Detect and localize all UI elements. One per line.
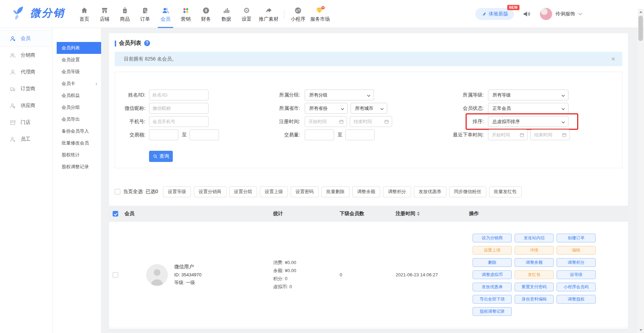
action-set-parent-button[interactable]: 设置上级	[473, 246, 512, 255]
batch-adjust-balance-button[interactable]: 调整余额	[352, 186, 380, 197]
nav-item-settings[interactable]: ⚙ 设置	[236, 0, 257, 28]
help-icon[interactable]	[144, 40, 150, 46]
submenu-item-member-list[interactable]: 会员列表	[57, 42, 101, 54]
nav-item-miniprogram[interactable]: 小程序	[288, 0, 308, 28]
action-detail-button[interactable]: 详情	[515, 246, 554, 255]
action-adjust-virtual-coin-button[interactable]: 调整虚拟币	[473, 270, 512, 279]
nav-item-market[interactable]: H 服务市场	[308, 0, 332, 28]
name-id-label: 姓名/ID:	[115, 90, 146, 100]
nickname-input[interactable]	[149, 103, 208, 114]
batch-sync-wechat-fans-button[interactable]: 同步微信粉丝	[449, 186, 486, 197]
nav-item-marketing[interactable]: 营销	[176, 0, 196, 28]
nav-item-home[interactable]: 首页	[74, 0, 94, 28]
volume-min-input[interactable]	[305, 129, 334, 140]
action-edit-button[interactable]: 编辑	[557, 246, 596, 255]
last-order-start-input[interactable]: 开始时间	[488, 129, 528, 140]
search-button[interactable]: 查询	[149, 151, 173, 162]
action-delete-button[interactable]: 删除	[473, 258, 512, 267]
agent-person-icon	[9, 69, 16, 76]
batch-adjust-points-button[interactable]: 调整积分	[383, 186, 411, 197]
action-miniprogram-member-code-button[interactable]: 小程序会员码	[557, 283, 596, 291]
scroll-up-arrow[interactable]	[638, 9, 644, 15]
action-send-message-button[interactable]: 发送站内信	[515, 234, 554, 242]
sidebar-item-staff[interactable]: 员工	[0, 131, 52, 148]
scrollbar-thumb[interactable]	[638, 16, 643, 41]
action-equity-log-button[interactable]: 股权调整记录	[473, 307, 512, 316]
batch-send-coupon-button[interactable]: 发放优惠券	[414, 186, 446, 197]
account-menu[interactable]: 伶俐服饰	[540, 8, 582, 20]
sort-select[interactable]: 总虚拟币排序	[488, 116, 568, 127]
batch-set-group-button[interactable]: 设置分组	[229, 186, 257, 197]
nav-item-orders[interactable]: 订单	[135, 0, 155, 28]
sidebar-item-agents[interactable]: 代理商	[0, 64, 52, 80]
batch-set-level-button[interactable]: 设置等级	[163, 186, 191, 197]
name-id-input[interactable]	[149, 90, 208, 100]
action-create-order-button[interactable]: 创建订单	[557, 234, 596, 242]
batch-delete-button[interactable]: 批量删除	[321, 186, 349, 197]
try-new-version-button[interactable]: 体验新版 NEW	[475, 8, 514, 20]
province-select[interactable]: 所有省份	[305, 103, 348, 114]
action-adjust-balance-button[interactable]: 调整余额	[515, 258, 554, 267]
batch-set-parent-button[interactable]: 设置上级	[260, 186, 288, 197]
close-icon[interactable]	[609, 52, 617, 66]
regtime-end-input[interactable]: 结束时间	[350, 116, 392, 127]
scroll-down-arrow[interactable]	[638, 327, 644, 333]
sidebar-item-members[interactable]: 会员	[0, 30, 52, 47]
action-export-subordinates-button[interactable]: 导出全部下级	[473, 295, 512, 304]
regtime-start-input[interactable]: 开始时间	[305, 116, 347, 127]
header-checkbox[interactable]	[113, 211, 118, 217]
nav-item-goods[interactable]: 商品	[115, 0, 135, 28]
nav-item-members[interactable]: 会员	[155, 0, 176, 28]
submenu-item-equity-stats[interactable]: 股权统计	[52, 149, 101, 161]
nav-item-promo[interactable]: 推广素材	[257, 0, 281, 28]
members-icon	[162, 6, 169, 14]
amount-to-label: 至	[182, 129, 187, 140]
vertical-scrollbar[interactable]	[638, 9, 644, 333]
batch-set-password-button[interactable]: 设置密码	[291, 186, 319, 197]
submenu-item-member-benefits[interactable]: 会员权益	[52, 90, 101, 101]
speaker-icon[interactable]	[522, 9, 531, 19]
nav-item-finance[interactable]: ¥ 财务	[196, 0, 216, 28]
nav-item-shop[interactable]: 店铺	[94, 0, 115, 28]
level-select[interactable]: 所有等级	[488, 90, 568, 100]
last-order-label: 最近下单时间:	[423, 129, 484, 140]
brand-logo[interactable]: 微分销	[13, 6, 65, 20]
volume-max-input[interactable]	[345, 129, 375, 140]
last-order-end-input[interactable]: 结束时间	[530, 129, 570, 140]
sidebar-item-suppliers[interactable]: 供应商	[0, 97, 52, 114]
navbar-right: 体验新版 NEW 伶俐服饰	[475, 0, 582, 28]
sidebar-item-stores[interactable]: 门店	[0, 114, 52, 131]
amount-max-input[interactable]	[190, 129, 219, 140]
sidebar-item-distributors[interactable]: 分销商	[0, 47, 52, 64]
regtime-label: 注册时间:	[248, 116, 300, 127]
batch-set-distributor-button[interactable]: 设置分销商	[194, 186, 226, 197]
batch-send-red-packet-button[interactable]: 批量发红包	[489, 186, 522, 197]
group-select[interactable]: 所有分组	[305, 90, 374, 100]
action-red-packet-button[interactable]: 发红包	[515, 270, 554, 279]
sidebar-item-order-dealers[interactable]: 订货商	[0, 80, 52, 97]
action-send-coupon-button[interactable]: 发放优惠券	[473, 283, 512, 291]
action-reset-pay-password-button[interactable]: 重置支付密码	[515, 283, 554, 291]
status-select[interactable]: 正常会员	[488, 103, 568, 114]
submenu-item-member-settings[interactable]: 会员设置	[52, 54, 101, 66]
submenu-item-equity-log[interactable]: 股权调整记录	[52, 161, 101, 173]
amount-min-input[interactable]	[149, 129, 178, 140]
action-edit-identity-button[interactable]: 身份资料编辑	[515, 295, 554, 304]
col-regtime-sortable[interactable]: 注册时间	[396, 211, 469, 217]
row-checkbox[interactable]	[113, 272, 118, 278]
submenu-item-backup-import[interactable]: 备份会员导入	[52, 125, 101, 137]
submenu-item-member-export[interactable]: 会员导出	[52, 113, 101, 125]
submenu-item-member-groups[interactable]: 会员分组	[52, 101, 101, 113]
phone-label: 手机号:	[115, 116, 146, 127]
action-adjust-equity-button[interactable]: 调整股权	[557, 295, 596, 304]
city-select[interactable]: 所有城市	[351, 103, 387, 114]
action-adjust-points-button[interactable]: 调整积分	[557, 258, 596, 267]
phone-input[interactable]	[149, 116, 208, 127]
action-set-level-button[interactable]: 设等级	[557, 270, 596, 279]
action-set-distributor-button[interactable]: 设为分销商	[473, 234, 512, 242]
submenu-item-batch-modify[interactable]: 批量修改会员	[52, 137, 101, 149]
nav-item-data[interactable]: 数据	[216, 0, 236, 28]
select-all-checkbox[interactable]	[115, 189, 120, 194]
submenu-item-member-levels[interactable]: 会员等级	[52, 66, 101, 78]
submenu-item-member-card[interactable]: 会员卡 ›	[52, 78, 101, 90]
